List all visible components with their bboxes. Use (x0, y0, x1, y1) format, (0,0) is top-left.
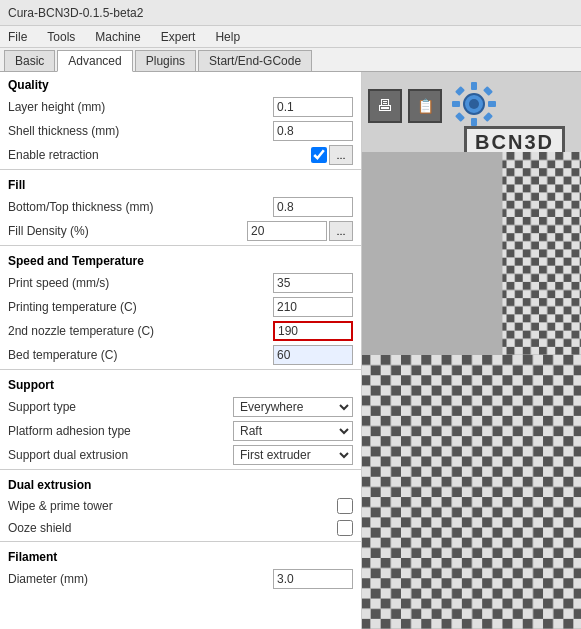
right-panel: 🖶 📋 (362, 72, 581, 629)
label-bed-temp: Bed temperature (C) (8, 348, 273, 362)
tab-basic[interactable]: Basic (4, 50, 55, 71)
menu-file[interactable]: File (4, 29, 31, 45)
svg-rect-7 (483, 86, 493, 96)
svg-rect-2 (471, 82, 477, 90)
title-bar: Cura-BCN3D-0.1.5-beta2 (0, 0, 581, 26)
row-layer-height: Layer height (mm) (0, 95, 361, 119)
input-bed-temp[interactable] (273, 345, 353, 365)
extra-btn-fill-density[interactable]: ... (329, 221, 353, 241)
menu-expert[interactable]: Expert (157, 29, 200, 45)
input-diameter[interactable] (273, 569, 353, 589)
section-quality-header: Quality (0, 72, 361, 95)
gear-icon (448, 78, 500, 130)
window-title: Cura-BCN3D-0.1.5-beta2 (8, 6, 143, 20)
section-fill-header: Fill (0, 172, 361, 195)
row-print-speed: Print speed (mm/s) (0, 271, 361, 295)
row-support-dual-extrusion: Support dual extrusion First extruder Se… (0, 443, 361, 467)
select-platform-adhesion[interactable]: Raft Brim None (233, 421, 353, 441)
3d-view (362, 152, 581, 629)
svg-rect-3 (471, 118, 477, 126)
print-icon[interactable]: 🖶 (368, 89, 402, 123)
input-fill-density[interactable] (247, 221, 327, 241)
label-wipe-prime-tower: Wipe & prime tower (8, 499, 337, 513)
label-platform-adhesion: Platform adhesion type (8, 424, 233, 438)
svg-rect-5 (488, 101, 496, 107)
section-support-header: Support (0, 372, 361, 395)
label-ooze-shield: Ooze shield (8, 521, 337, 535)
svg-rect-6 (455, 86, 465, 96)
section-speed-temp-header: Speed and Temperature (0, 248, 361, 271)
checkbox-enable-retraction[interactable] (311, 147, 327, 163)
input-print-speed[interactable] (273, 273, 353, 293)
input-2nd-nozzle-temp[interactable] (273, 321, 353, 341)
label-layer-height: Layer height (mm) (8, 100, 273, 114)
svg-marker-19 (362, 355, 581, 629)
row-diameter: Diameter (mm) (0, 567, 361, 591)
extra-btn-retraction[interactable]: ... (329, 145, 353, 165)
label-printing-temp: Printing temperature (C) (8, 300, 273, 314)
row-shell-thickness: Shell thickness (mm) (0, 119, 361, 143)
label-fill-density: Fill Density (%) (8, 224, 247, 238)
row-ooze-shield: Ooze shield (0, 517, 361, 539)
row-enable-retraction: Enable retraction ... (0, 143, 361, 167)
label-support-dual-extrusion: Support dual extrusion (8, 448, 233, 462)
input-bottom-top-thickness[interactable] (273, 197, 353, 217)
menu-machine[interactable]: Machine (91, 29, 144, 45)
select-support-dual-extrusion[interactable]: First extruder Second extruder Both (233, 445, 353, 465)
svg-point-1 (469, 99, 479, 109)
section-filament-header: Filament (0, 544, 361, 567)
tab-advanced[interactable]: Advanced (57, 50, 132, 72)
label-2nd-nozzle-temp: 2nd nozzle temperature (C) (8, 324, 273, 338)
tab-plugins[interactable]: Plugins (135, 50, 196, 71)
select-support-type[interactable]: Everywhere Touching buildplate None (233, 397, 353, 417)
row-platform-adhesion: Platform adhesion type Raft Brim None (0, 419, 361, 443)
input-shell-thickness[interactable] (273, 121, 353, 141)
bcn3d-text: BCN3D (475, 131, 554, 153)
label-shell-thickness: Shell thickness (mm) (8, 124, 273, 138)
main-area: Quality Layer height (mm) Shell thicknes… (0, 72, 581, 629)
row-support-type: Support type Everywhere Touching buildpl… (0, 395, 361, 419)
menu-help[interactable]: Help (211, 29, 244, 45)
row-printing-temp: Printing temperature (C) (0, 295, 361, 319)
menu-bar: File Tools Machine Expert Help (0, 26, 581, 48)
left-panel: Quality Layer height (mm) Shell thicknes… (0, 72, 362, 629)
label-bottom-top-thickness: Bottom/Top thickness (mm) (8, 200, 273, 214)
label-enable-retraction: Enable retraction (8, 148, 311, 162)
checkbox-wipe-prime-tower[interactable] (337, 498, 353, 514)
checkbox-ooze-shield[interactable] (337, 520, 353, 536)
svg-rect-9 (483, 112, 493, 122)
section-dual-extrusion-header: Dual extrusion (0, 472, 361, 495)
input-layer-height[interactable] (273, 97, 353, 117)
row-2nd-nozzle-temp: 2nd nozzle temperature (C) (0, 319, 361, 343)
tab-startend[interactable]: Start/End-GCode (198, 50, 312, 71)
checkerboard-svg (362, 152, 581, 629)
row-fill-density: Fill Density (%) ... (0, 219, 361, 243)
toolbar-area: 🖶 📋 (368, 78, 500, 133)
svg-marker-20 (502, 152, 581, 355)
tab-bar: Basic Advanced Plugins Start/End-GCode (0, 48, 581, 72)
label-diameter: Diameter (mm) (8, 572, 273, 586)
label-support-type: Support type (8, 400, 233, 414)
layers-icon[interactable]: 📋 (408, 89, 442, 123)
input-printing-temp[interactable] (273, 297, 353, 317)
row-bottom-top-thickness: Bottom/Top thickness (mm) (0, 195, 361, 219)
menu-tools[interactable]: Tools (43, 29, 79, 45)
row-bed-temp: Bed temperature (C) (0, 343, 361, 367)
label-print-speed: Print speed (mm/s) (8, 276, 273, 290)
svg-rect-8 (455, 112, 465, 122)
row-wipe-prime-tower: Wipe & prime tower (0, 495, 361, 517)
gear-container (448, 78, 500, 133)
svg-rect-4 (452, 101, 460, 107)
